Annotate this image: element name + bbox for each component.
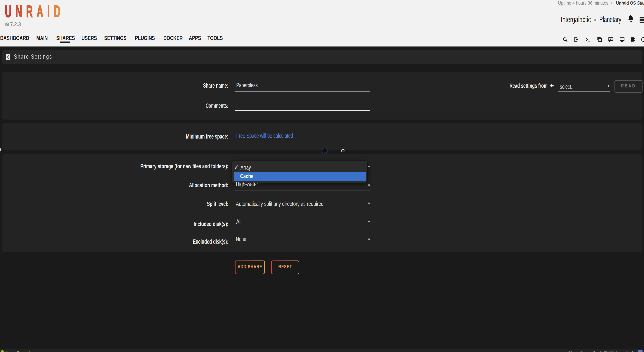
- svg-text:UNRAID: UNRAID: [5, 3, 64, 19]
